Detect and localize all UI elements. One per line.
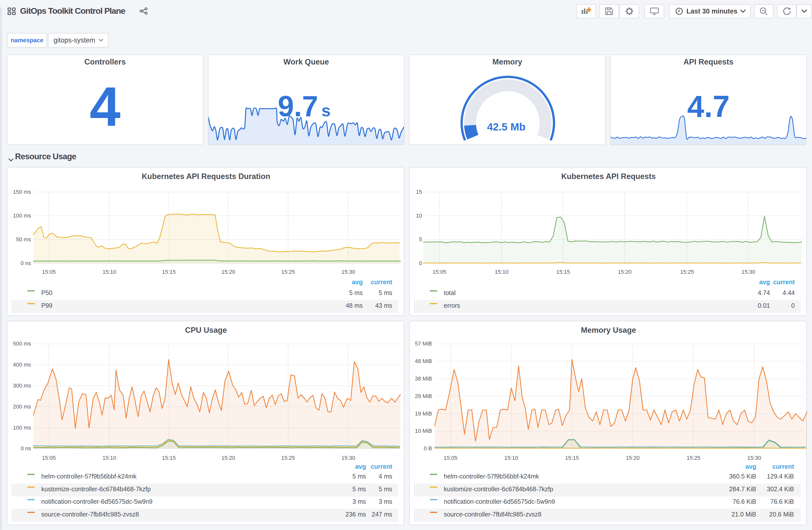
svg-text:15:30: 15:30 (747, 455, 761, 461)
svg-text:500 ms: 500 ms (13, 340, 31, 347)
svg-text:15:05: 15:05 (433, 269, 446, 275)
svg-text:15:25: 15:25 (281, 269, 295, 275)
svg-text:CPU Usage: CPU Usage (185, 326, 227, 335)
svg-text:150 ms: 150 ms (13, 189, 31, 195)
svg-text:15:30: 15:30 (741, 269, 755, 275)
svg-text:0: 0 (419, 260, 422, 266)
svg-text:15:05: 15:05 (42, 269, 56, 275)
svg-text:Kubernetes API Requests: Kubernetes API Requests (561, 172, 656, 181)
svg-text:100 ms: 100 ms (13, 425, 31, 431)
svg-text:57 MiB: 57 MiB (415, 340, 432, 347)
svg-text:Memory Usage: Memory Usage (581, 326, 636, 335)
svg-text:19 MiB: 19 MiB (415, 411, 432, 417)
svg-text:300 ms: 300 ms (13, 383, 31, 389)
svg-text:15: 15 (416, 189, 422, 195)
svg-text:15:30: 15:30 (342, 269, 355, 275)
svg-text:15:10: 15:10 (504, 455, 518, 461)
svg-text:10: 10 (416, 212, 422, 219)
svg-text:200 ms: 200 ms (13, 403, 31, 410)
svg-text:10 MiB: 10 MiB (415, 428, 432, 434)
svg-text:400 ms: 400 ms (13, 362, 31, 368)
svg-text:15:25: 15:25 (687, 455, 700, 461)
svg-text:15:10: 15:10 (103, 269, 116, 275)
svg-text:15:20: 15:20 (221, 269, 235, 275)
svg-text:Kubernetes API Requests Durati: Kubernetes API Requests Duration (142, 172, 270, 181)
svg-text:15:15: 15:15 (565, 455, 579, 461)
svg-text:5: 5 (419, 236, 422, 242)
svg-text:42.5 Mb: 42.5 Mb (487, 121, 525, 133)
svg-text:100 ms: 100 ms (13, 212, 31, 219)
svg-text:0 ns: 0 ns (20, 260, 31, 266)
svg-text:48 MiB: 48 MiB (415, 358, 432, 364)
svg-text:15:05: 15:05 (444, 455, 457, 461)
svg-text:15:20: 15:20 (618, 269, 632, 275)
svg-text:15:15: 15:15 (556, 269, 570, 275)
svg-text:15:30: 15:30 (342, 455, 355, 461)
svg-text:15:15: 15:15 (162, 269, 176, 275)
svg-text:15:25: 15:25 (680, 269, 694, 275)
svg-text:38 MiB: 38 MiB (415, 376, 432, 382)
svg-text:15:10: 15:10 (495, 269, 509, 275)
svg-text:15:20: 15:20 (626, 455, 640, 461)
svg-text:29 MiB: 29 MiB (415, 393, 432, 399)
svg-text:15:25: 15:25 (281, 455, 295, 461)
svg-text:15:05: 15:05 (42, 455, 56, 461)
svg-text:15:10: 15:10 (103, 455, 116, 461)
svg-text:15:15: 15:15 (162, 455, 176, 461)
svg-text:0 ns: 0 ns (20, 445, 31, 452)
svg-text:50 ms: 50 ms (16, 236, 31, 242)
svg-text:15:20: 15:20 (221, 455, 235, 461)
svg-text:0 B: 0 B (424, 445, 432, 452)
